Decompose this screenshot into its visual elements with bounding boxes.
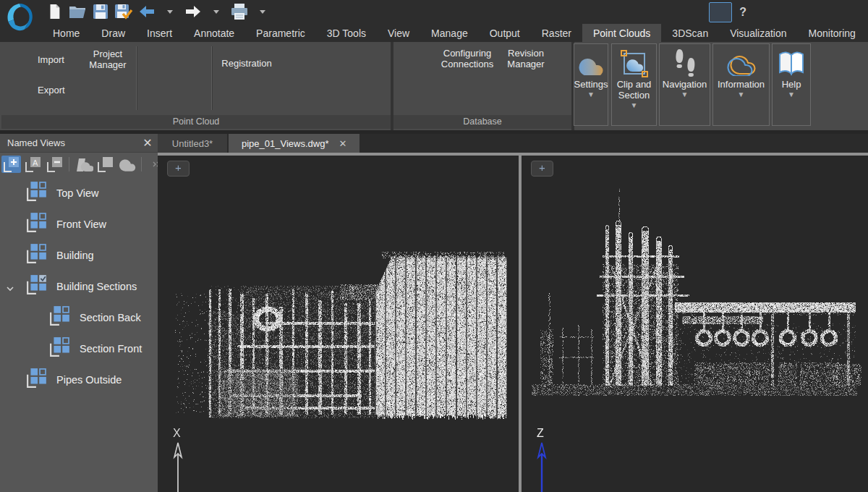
select-points-button[interactable] (284, 45, 315, 77)
delete-named-view-button[interactable] (45, 156, 64, 173)
import-label[interactable]: Import (38, 54, 64, 65)
axis-x-label: X (173, 427, 181, 440)
named-view-item-building[interactable]: Building (0, 239, 158, 271)
cloud-views-button[interactable] (117, 156, 137, 173)
undo-dropdown[interactable] (161, 2, 179, 21)
named-view-item-front-view[interactable]: Front View (0, 208, 158, 239)
named-view-label: Building Sections (56, 281, 137, 292)
save-button[interactable] (91, 2, 110, 21)
add-named-view-button[interactable] (1, 156, 21, 173)
app-logo-icon[interactable] (3, 1, 36, 35)
attach-folder-button[interactable] (142, 80, 172, 109)
footprints-icon (672, 48, 698, 79)
insert-to-cloud-button[interactable] (284, 80, 315, 109)
export-label[interactable]: Export (38, 85, 65, 96)
get-from-db-button[interactable] (550, 46, 570, 64)
named-view-item-section-front[interactable]: Section Front (0, 333, 158, 364)
ribbon-tab-view[interactable]: View (377, 24, 420, 42)
named-view-label: Building (56, 250, 94, 261)
ribbon-tab-3d-tools[interactable]: 3D Tools (316, 24, 377, 42)
rename-named-view-button[interactable]: A (23, 156, 43, 173)
ribbon: Import Export Project Manager Registrati… (0, 42, 868, 134)
ribbon-tab-parametric[interactable]: Parametric (245, 24, 316, 42)
axis-indicator-x: X (171, 427, 192, 492)
export-sheet-button[interactable] (176, 80, 207, 109)
ribbon-tab-point-clouds[interactable]: Point Clouds (582, 24, 661, 42)
revision-manager-button[interactable]: Revision Manager (502, 43, 550, 113)
epsg-coordinate-button[interactable] (356, 80, 388, 111)
ribbon-tab-draw[interactable]: Draw (90, 24, 136, 42)
new-file-button[interactable] (45, 2, 64, 21)
ribbon-tab-manage[interactable]: Manage (420, 24, 479, 42)
named-view-item-pipes-outside[interactable]: Pipes Outside (0, 364, 158, 395)
view-region-button[interactable] (95, 156, 115, 173)
redo-button[interactable] (184, 2, 203, 21)
geolocation-button[interactable] (356, 45, 388, 77)
named-view-item-section-back[interactable]: Section Back (0, 302, 158, 333)
axis-z-label: Z (537, 427, 544, 440)
print-button[interactable] (230, 2, 249, 21)
document-tab-pipe-01-views-dwg-[interactable]: pipe_01_Views.dwg*✕ (229, 134, 359, 153)
cloud-density-button[interactable] (176, 46, 207, 75)
send-to-db-button[interactable] (550, 74, 570, 91)
information-panel[interactable]: Information ▼ (712, 43, 770, 126)
undo-button[interactable] (137, 2, 156, 21)
named-views-header: Named Views ✕ (0, 134, 158, 153)
named-view-item-top-view[interactable]: Top View (0, 177, 158, 208)
named-view-icon (26, 212, 48, 236)
named-view-icon (26, 243, 48, 267)
import-from-database-button[interactable] (398, 46, 431, 69)
clip-box-button[interactable] (318, 77, 353, 111)
ribbon-tab-monitoring[interactable]: Monitoring (798, 24, 867, 42)
project-manager-label: Project Manager (86, 48, 129, 70)
align-points-button[interactable] (318, 45, 353, 77)
ribbon-tab-3dscan[interactable]: 3DScan (661, 24, 719, 42)
viewport-add-button[interactable]: + (531, 161, 553, 177)
panel-label: Information (716, 79, 766, 90)
application-window: ? HomeDrawInsertAnnotateParametric3D Too… (0, 0, 868, 492)
ribbon-tab-insert[interactable]: Insert (136, 24, 183, 42)
redo-dropdown[interactable] (207, 2, 226, 21)
help-panel[interactable]: Help ▼ (772, 43, 811, 126)
ribbon-tab-visualization[interactable]: Visualization (719, 24, 797, 42)
clip-and-section-panel[interactable]: Clip and Section ▼ (611, 43, 657, 126)
folder-cloud-button[interactable] (142, 46, 172, 75)
named-view-icon (49, 305, 71, 329)
viewport-add-button[interactable]: + (167, 161, 190, 177)
navigation-panel[interactable]: Navigation ▼ (659, 43, 710, 126)
export-point-cloud-button[interactable] (4, 80, 33, 100)
axis-x-arrow-icon (171, 441, 185, 492)
named-view-item-building-sections[interactable]: Building Sections (0, 271, 158, 302)
import-point-cloud-button[interactable] (4, 49, 33, 69)
chevron-down-icon: ▼ (788, 91, 795, 98)
point-cloud-render-right[interactable] (522, 156, 868, 492)
named-views-title: Named Views (7, 137, 126, 148)
toolbar-separator (141, 157, 142, 171)
ribbon-tab-home[interactable]: Home (42, 24, 90, 42)
panel-label: Help (780, 79, 803, 90)
help-question-button[interactable]: ? (739, 6, 746, 19)
open-file-button[interactable] (68, 2, 87, 21)
ribbon-tab-raster[interactable]: Raster (531, 24, 582, 42)
named-view-label: Pipes Outside (56, 374, 122, 386)
registration-button[interactable]: Registration (214, 43, 279, 113)
export-to-database-button[interactable] (398, 80, 431, 103)
configuring-connections-button[interactable]: Configuring Connections (434, 43, 501, 113)
point-cloud-group-label: Point Cloud (1, 115, 391, 129)
viewport-left[interactable]: + X (158, 156, 519, 492)
chevron-expand-icon[interactable] (6, 282, 14, 295)
save-all-button[interactable] (114, 2, 133, 21)
pin-icon[interactable] (126, 136, 140, 150)
quick-access-customize[interactable] (253, 2, 272, 21)
ribbon-tab-output[interactable]: Output (479, 24, 531, 42)
viewport-right[interactable]: + Z (522, 156, 868, 492)
settings-panel[interactable]: Settings ▼ (574, 43, 608, 126)
view-from-cloud-button[interactable] (74, 156, 93, 173)
close-tab-icon[interactable]: ✕ (339, 138, 346, 149)
ribbon-tab-annotate[interactable]: Annotate (183, 24, 245, 42)
toolbox-button[interactable] (709, 2, 732, 22)
document-tab-untitled3-[interactable]: Untitled3* (158, 134, 227, 153)
close-panel-button[interactable]: ✕ (140, 136, 155, 150)
project-manager-button[interactable]: Project Manager (85, 43, 130, 113)
point-cloud-render-left[interactable] (158, 156, 519, 492)
